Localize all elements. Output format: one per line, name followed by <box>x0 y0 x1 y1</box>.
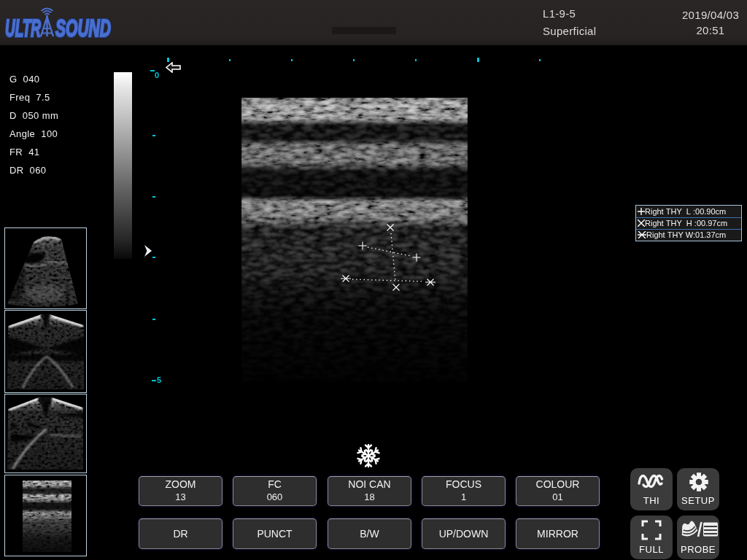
svg-text:SOUND: SOUND <box>55 15 111 42</box>
svg-text:ULTR: ULTR <box>5 15 41 42</box>
